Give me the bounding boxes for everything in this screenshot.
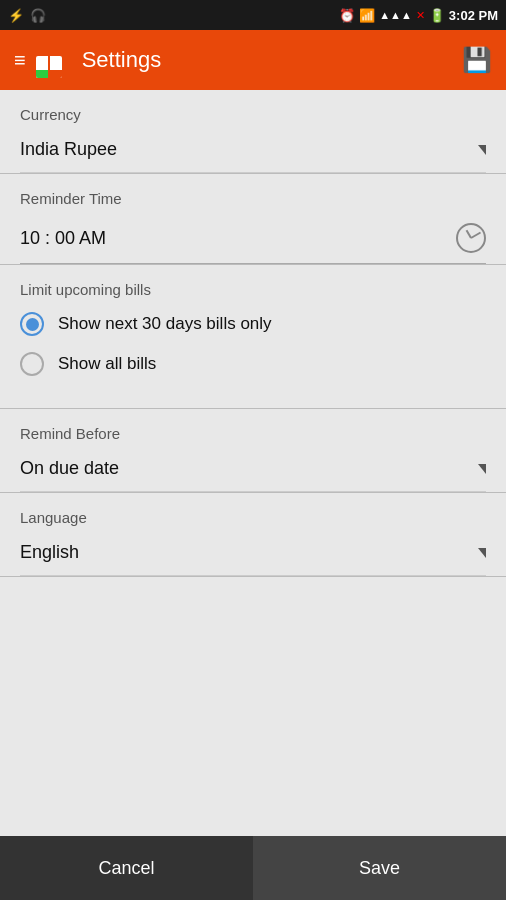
clock-minute-hand xyxy=(471,232,482,239)
radio-label-2: Show all bills xyxy=(58,354,156,374)
limit-bills-label: Limit upcoming bills xyxy=(20,281,486,298)
radio-button-2[interactable] xyxy=(20,352,44,376)
cancel-label: Cancel xyxy=(98,858,154,879)
time-value: 10 : 00 AM xyxy=(20,228,106,249)
radio-option-2[interactable]: Show all bills xyxy=(20,352,486,376)
reminder-time-section: Reminder Time 10 : 00 AM xyxy=(0,174,506,264)
status-bar: ⚡ 🎧 ⏰ 📶 ▲▲▲ ✕ 🔋 3:02 PM xyxy=(0,0,506,30)
reminder-time-label: Reminder Time xyxy=(20,190,486,207)
reminder-time-value-row[interactable]: 10 : 00 AM xyxy=(20,215,486,263)
book-left-page xyxy=(36,56,48,78)
bottom-action-bar: Cancel Save xyxy=(0,836,506,900)
headset-icon: 🎧 xyxy=(30,8,46,23)
language-dropdown-arrow xyxy=(478,548,486,558)
divider-5 xyxy=(0,576,506,577)
currency-value: India Rupee xyxy=(20,139,117,160)
wifi-icon: 📶 xyxy=(359,8,375,23)
currency-label: Currency xyxy=(20,106,486,123)
remind-before-section: Remind Before On due date xyxy=(0,409,506,492)
radio-label-1: Show next 30 days bills only xyxy=(58,314,272,334)
remind-before-dropdown-arrow xyxy=(478,464,486,474)
clock-icon xyxy=(456,223,486,253)
no-sim-icon: ✕ xyxy=(416,9,425,22)
currency-value-row[interactable]: India Rupee xyxy=(20,131,486,173)
language-value: English xyxy=(20,542,79,563)
remind-before-value: On due date xyxy=(20,458,119,479)
signal-icon: ▲▲▲ xyxy=(379,9,412,21)
battery-icon: 🔋 xyxy=(429,8,445,23)
alarm-icon: ⏰ xyxy=(339,8,355,23)
currency-section: Currency India Rupee xyxy=(0,90,506,173)
save-button[interactable]: Save xyxy=(253,836,506,900)
app-logo xyxy=(36,42,72,78)
app-header: ≡ Settings 💾 xyxy=(0,30,506,90)
status-bar-right: ⏰ 📶 ▲▲▲ ✕ 🔋 3:02 PM xyxy=(339,8,498,23)
menu-icon[interactable]: ≡ xyxy=(14,50,26,70)
page-title: Settings xyxy=(82,47,162,73)
header-left: ≡ Settings xyxy=(14,42,161,78)
usb-icon: ⚡ xyxy=(8,8,24,23)
language-value-row[interactable]: English xyxy=(20,534,486,576)
radio-button-1[interactable] xyxy=(20,312,44,336)
status-bar-left: ⚡ 🎧 xyxy=(8,8,46,23)
radio-option-1[interactable]: Show next 30 days bills only xyxy=(20,312,486,336)
radio-inner-1 xyxy=(26,318,39,331)
remind-before-label: Remind Before xyxy=(20,425,486,442)
cancel-button[interactable]: Cancel xyxy=(0,836,253,900)
status-time: 3:02 PM xyxy=(449,8,498,23)
header-save-icon[interactable]: 💾 xyxy=(462,46,492,74)
clock-face xyxy=(458,225,484,251)
book-right-page xyxy=(50,56,62,78)
remind-before-value-row[interactable]: On due date xyxy=(20,450,486,492)
save-label: Save xyxy=(359,858,400,879)
language-section: Language English xyxy=(0,493,506,576)
language-label: Language xyxy=(20,509,486,526)
currency-dropdown-arrow xyxy=(478,145,486,155)
limit-bills-section: Limit upcoming bills Show next 30 days b… xyxy=(0,265,506,408)
